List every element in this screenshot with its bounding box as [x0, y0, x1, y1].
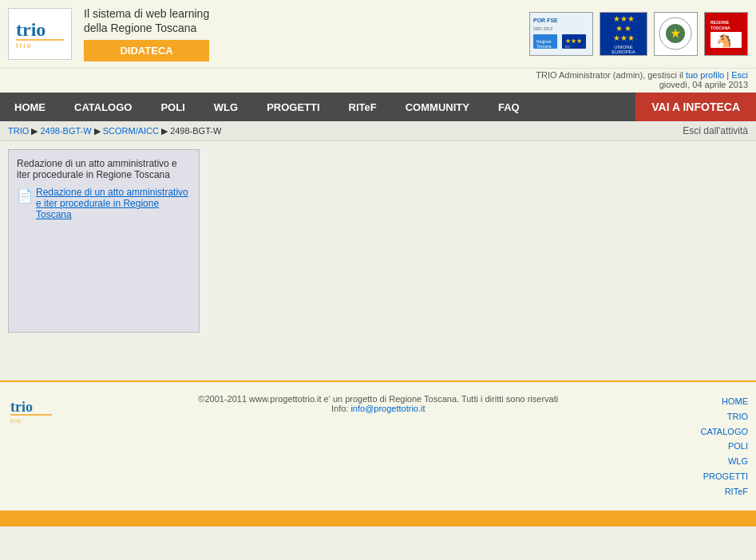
document-icon: 📄 — [17, 188, 33, 203]
svg-text:TOSCANA: TOSCANA — [710, 26, 730, 30]
exit-link[interactable]: Esci — [731, 70, 748, 80]
nav-ritef[interactable]: RITeF — [334, 93, 391, 121]
eu-logo: ★★★★ ★★★★ UNIONEEUROPEA — [600, 12, 647, 56]
main-content: Redazione di un atto amministrativo e it… — [0, 141, 756, 381]
footer-link-ritef[interactable]: RITeF — [701, 484, 749, 499]
nav-poli[interactable]: POLI — [146, 93, 199, 121]
footer-center: ©2001-2011 www.progettotrio.it e' un pro… — [72, 394, 685, 413]
content-link-area: 📄 Redazione di un atto amministrativo e … — [17, 187, 191, 220]
breadcrumb-2498[interactable]: 2498-BGT-W — [40, 126, 91, 136]
didateca-button[interactable]: DIDATECA — [84, 40, 209, 61]
current-date: giovedì, 04 aprile 2013 — [659, 80, 748, 89]
footer-link-poli[interactable]: POLI — [701, 439, 749, 454]
svg-text:★★★: ★★★ — [565, 37, 582, 45]
svg-text:Toscana: Toscana — [536, 44, 552, 49]
svg-text:POR FSE: POR FSE — [533, 18, 558, 23]
breadcrumb-bar: TRIO ▶ 2498-BGT-W ▶ SCORM/AICC ▶ 2498-BG… — [0, 121, 756, 141]
profile-link[interactable]: tuo profilo — [686, 70, 724, 80]
nav-home[interactable]: HOME — [0, 93, 60, 121]
nav-faq[interactable]: FAQ — [484, 93, 534, 121]
partner-logos: POR FSE 2007-2013 Regione Toscana ★★★ EU… — [529, 12, 748, 56]
gold-bar — [0, 511, 756, 526]
footer-link-progetti[interactable]: PROGETTI — [701, 469, 749, 484]
svg-text:2007-2013: 2007-2013 — [533, 26, 552, 31]
footer-copyright: ©2001-2011 www.progettotrio.it e' un pro… — [72, 394, 685, 404]
por-fse-logo: POR FSE 2007-2013 Regione Toscana ★★★ EU — [529, 12, 593, 56]
footer-link-wlg[interactable]: WLG — [701, 454, 749, 469]
trio-logo: trio trio — [8, 8, 72, 60]
footer-link-home[interactable]: HOME — [701, 394, 749, 409]
footer-email-link[interactable]: info@progettotrio.it — [350, 404, 425, 413]
svg-text:trio: trio — [10, 399, 33, 415]
user-text: TRIO Administrator (admin), gestisci il — [536, 70, 686, 80]
svg-text:trio: trio — [16, 19, 46, 40]
svg-text:🐴: 🐴 — [716, 33, 732, 48]
nav-wlg[interactable]: WLG — [200, 93, 252, 121]
footer-links: HOME TRIO CATALOGO POLI WLG PROGETTI RIT… — [701, 394, 749, 499]
italy-republic-logo — [654, 12, 698, 56]
footer-link-trio[interactable]: TRIO — [701, 409, 749, 424]
footer: trio trio ©2001-2011 www.progettotrio.it… — [0, 381, 756, 511]
nav-community[interactable]: COMMUNITY — [391, 93, 484, 121]
breadcrumb-scorm[interactable]: SCORM/AICC — [103, 126, 159, 136]
logo-text: Il sistema di web learning della Regione… — [84, 6, 209, 61]
vai-infoteca-button[interactable]: VAI A INFOTECA — [635, 93, 756, 121]
footer-logo: trio trio — [8, 394, 56, 430]
footer-info: Info: info@progettotrio.it — [72, 404, 685, 413]
svg-text:trio: trio — [10, 418, 22, 424]
content-document-link[interactable]: Redazione di un atto amministrativo e it… — [36, 187, 191, 220]
svg-text:EU: EU — [565, 45, 570, 49]
footer-link-catalogo[interactable]: CATALOGO — [701, 424, 749, 440]
user-bar: TRIO Administrator (admin), gestisci il … — [0, 69, 756, 93]
regione-toscana-logo: REGIONE TOSCANA 🐴 — [704, 12, 748, 56]
content-title: Redazione di un atto amministrativo e it… — [17, 158, 191, 180]
nav-catalogo[interactable]: CATALOGO — [60, 93, 146, 121]
nav-progetti[interactable]: PROGETTI — [252, 93, 334, 121]
logo-area: trio trio Il sistema di web learning del… — [8, 6, 209, 61]
svg-text:trio: trio — [16, 41, 33, 49]
esci-attivita-link[interactable]: Esci dall'attività — [683, 125, 748, 136]
main-nav: HOME CATALOGO POLI WLG PROGETTI RITeF CO… — [0, 93, 756, 121]
tagline: Il sistema di web learning della Regione… — [84, 6, 209, 35]
breadcrumb: TRIO ▶ 2498-BGT-W ▶ SCORM/AICC ▶ 2498-BG… — [8, 126, 221, 136]
breadcrumb-trio[interactable]: TRIO — [8, 126, 29, 136]
content-box: Redazione di un atto amministrativo e it… — [8, 149, 200, 333]
svg-text:REGIONE: REGIONE — [710, 20, 730, 25]
breadcrumb-current: 2498-BGT-W — [170, 126, 221, 136]
